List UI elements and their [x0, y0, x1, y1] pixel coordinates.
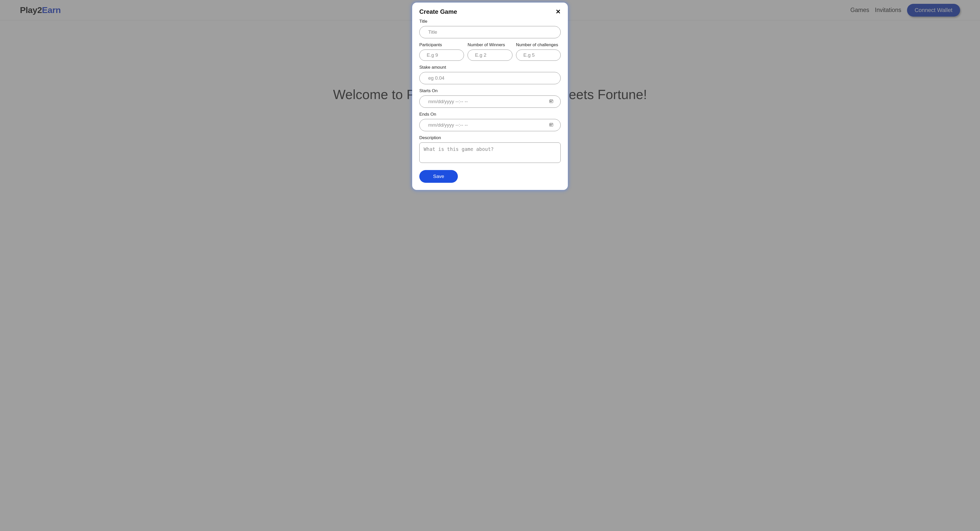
field-ends-on: Ends On — [419, 112, 561, 131]
starts-on-label: Starts On — [419, 88, 561, 93]
ends-on-input[interactable] — [419, 119, 561, 131]
stake-label: Stake amount — [419, 65, 561, 70]
winners-label: Number of Winners — [468, 42, 512, 48]
ends-on-label: Ends On — [419, 112, 561, 117]
field-challenges: Number of challenges — [516, 42, 561, 61]
modal-overlay[interactable]: Create Game ✕ Title Participants Number … — [0, 0, 980, 531]
field-participants: Participants — [419, 42, 464, 61]
field-winners: Number of Winners — [468, 42, 512, 61]
title-label: Title — [419, 19, 561, 24]
participants-input[interactable] — [419, 49, 464, 61]
row-participants-winners-challenges: Participants Number of Winners Number of… — [419, 42, 561, 61]
save-button[interactable]: Save — [419, 170, 458, 183]
description-textarea[interactable] — [419, 142, 561, 163]
participants-label: Participants — [419, 42, 464, 48]
modal-title: Create Game — [419, 8, 457, 15]
starts-on-input[interactable] — [419, 96, 561, 108]
field-description: Description — [419, 135, 561, 164]
challenges-input[interactable] — [516, 49, 561, 61]
description-label: Description — [419, 135, 561, 140]
challenges-label: Number of challenges — [516, 42, 561, 48]
close-icon[interactable]: ✕ — [555, 9, 561, 15]
title-input[interactable] — [419, 26, 561, 38]
modal-header: Create Game ✕ — [419, 8, 561, 15]
field-title: Title — [419, 19, 561, 38]
field-stake: Stake amount — [419, 65, 561, 84]
create-game-modal: Create Game ✕ Title Participants Number … — [412, 3, 568, 190]
stake-input[interactable] — [419, 72, 561, 84]
winners-input[interactable] — [468, 49, 512, 61]
field-starts-on: Starts On — [419, 88, 561, 108]
